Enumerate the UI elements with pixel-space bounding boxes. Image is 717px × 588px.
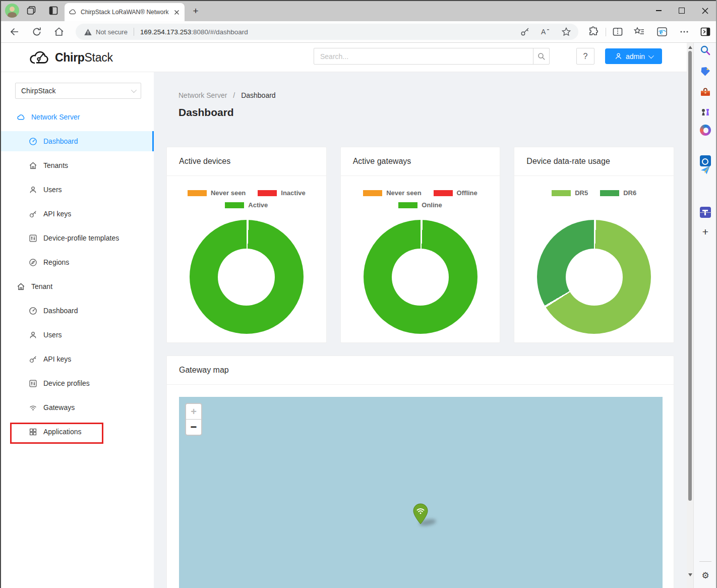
tab-title: ChirpStack LoRaWAN® Network bbox=[81, 9, 173, 16]
user-icon bbox=[29, 186, 37, 194]
sidebar-item-tenant-dashboard[interactable]: Dashboard bbox=[1, 301, 154, 321]
legend-item[interactable]: Inactive bbox=[258, 189, 305, 197]
tab-close-icon[interactable] bbox=[173, 9, 181, 16]
sidebar-group-tenant[interactable]: Tenant bbox=[1, 276, 154, 297]
gear-icon[interactable]: ⚙ bbox=[700, 570, 711, 581]
shopping-icon[interactable] bbox=[700, 66, 711, 77]
sidebar: ChirpStack Network Server Dashboard Tena… bbox=[1, 72, 154, 588]
active-devices-donut-chart bbox=[190, 220, 304, 334]
data-rate-usage-card: Device data-rate usage DR5 DR6 bbox=[514, 147, 674, 343]
zoom-out-button[interactable]: − bbox=[186, 420, 201, 435]
not-secure-label[interactable]: Not secure bbox=[96, 28, 128, 36]
browser-tab[interactable]: ChirpStack LoRaWAN® Network bbox=[65, 3, 185, 21]
legend-item[interactable]: Never seen bbox=[363, 189, 421, 197]
legend-item[interactable]: Online bbox=[398, 201, 442, 209]
search-icon[interactable] bbox=[700, 45, 711, 56]
window-border-left bbox=[0, 0, 1, 588]
drop-icon[interactable] bbox=[700, 164, 711, 175]
sidebar-item-gateways[interactable]: Gateways bbox=[1, 397, 154, 418]
legend-swatch bbox=[258, 190, 277, 196]
chevron-down-icon bbox=[131, 87, 137, 93]
back-icon[interactable] bbox=[9, 26, 20, 37]
sidebar-item-ns-dashboard[interactable]: Dashboard bbox=[1, 131, 154, 151]
legend-item[interactable]: DR6 bbox=[600, 189, 636, 197]
split-screen-icon[interactable] bbox=[612, 26, 624, 38]
more-icon[interactable] bbox=[678, 26, 690, 38]
gateway-map[interactable]: + − bbox=[179, 397, 663, 588]
toolbar-divider bbox=[606, 28, 606, 36]
org-select-value: ChirpStack bbox=[21, 87, 55, 95]
minimize-icon bbox=[656, 10, 662, 11]
legend-item[interactable]: DR5 bbox=[552, 189, 588, 197]
card-title: Device data-rate usage bbox=[514, 147, 674, 176]
data-rate-donut-chart bbox=[537, 220, 651, 334]
minimize-button[interactable] bbox=[647, 0, 670, 21]
sidebar-item-regions[interactable]: Regions bbox=[1, 252, 154, 272]
sidebar-item-tenants[interactable]: Tenants bbox=[1, 155, 154, 175]
search-icon bbox=[537, 52, 546, 61]
breadcrumb-network-server[interactable]: Network Server bbox=[178, 91, 227, 99]
add-sidebar-app-button[interactable]: + bbox=[700, 226, 711, 238]
zoom-in-button[interactable]: + bbox=[186, 404, 201, 420]
chart-legend: Never seen Offline Online bbox=[341, 189, 500, 215]
password-key-icon[interactable] bbox=[520, 27, 530, 37]
workspaces-icon[interactable] bbox=[26, 6, 36, 16]
breadcrumb-separator: / bbox=[233, 91, 235, 99]
refresh-icon[interactable] bbox=[31, 26, 42, 37]
extensions-icon[interactable] bbox=[587, 26, 600, 38]
sidebar-toggle-icon[interactable] bbox=[699, 26, 711, 38]
collections-icon[interactable] bbox=[633, 26, 645, 38]
sidebar-item-ns-api-keys[interactable]: API keys bbox=[1, 204, 154, 224]
maximize-button[interactable] bbox=[670, 0, 693, 21]
not-secure-warning-icon bbox=[84, 28, 92, 36]
scroll-up-arrow-icon[interactable] bbox=[688, 46, 692, 49]
chart-legend: DR5 DR6 bbox=[514, 189, 674, 215]
scroll-down-arrow-icon[interactable] bbox=[688, 573, 692, 576]
page-scrollbar[interactable] bbox=[687, 43, 693, 588]
sidebar-item-device-profiles[interactable]: Device profiles bbox=[1, 373, 154, 393]
search-button[interactable] bbox=[533, 48, 549, 64]
new-tab-button[interactable]: + bbox=[190, 5, 202, 17]
browser-toolbar: Not secure 169.254.173.253:8080/#/dashbo… bbox=[0, 21, 717, 43]
page-title: Dashboard bbox=[178, 106, 234, 119]
applications-annotation-box bbox=[10, 423, 103, 444]
help-button[interactable]: ? bbox=[576, 48, 594, 65]
ie-mode-icon[interactable]: e bbox=[656, 26, 668, 38]
edge-sidebar: + ⚙ bbox=[693, 43, 717, 588]
close-button[interactable] bbox=[693, 0, 716, 21]
legend-item[interactable]: Active bbox=[225, 201, 268, 209]
favorite-star-icon[interactable] bbox=[561, 27, 571, 37]
microsoft365-icon[interactable] bbox=[700, 125, 711, 136]
sidebar-item-device-profile-templates[interactable]: Device-profile templates bbox=[1, 228, 154, 248]
home-icon[interactable] bbox=[53, 26, 65, 37]
sidebar-group-network-server[interactable]: Network Server bbox=[1, 107, 154, 127]
gateway-marker-pin[interactable] bbox=[413, 503, 428, 524]
scrollbar-thumb[interactable] bbox=[688, 51, 692, 501]
sliders-icon bbox=[29, 379, 37, 388]
admin-user-button[interactable]: admin bbox=[605, 48, 662, 64]
profile-avatar[interactable] bbox=[5, 4, 19, 18]
breadcrumb: Network Server / Dashboard bbox=[178, 91, 276, 99]
address-bar[interactable]: Not secure 169.254.173.253:8080/#/dashbo… bbox=[76, 24, 578, 40]
games-icon[interactable] bbox=[700, 106, 711, 117]
sidebar-item-ns-users[interactable]: Users bbox=[1, 180, 154, 200]
sidebar-divider bbox=[699, 561, 711, 562]
read-aloud-icon[interactable]: A bbox=[540, 27, 551, 37]
active-gateways-card: Active gateways Never seen Offline Onlin… bbox=[340, 147, 501, 343]
card-title: Gateway map bbox=[167, 356, 674, 385]
toolbox-icon[interactable] bbox=[700, 87, 711, 98]
chirpstack-header: ChirpStack ? admin bbox=[1, 43, 687, 72]
sidebar-item-tenant-users[interactable]: Users bbox=[1, 325, 154, 345]
tab-actions-icon[interactable] bbox=[48, 6, 58, 16]
user-icon bbox=[615, 52, 622, 60]
org-select[interactable]: ChirpStack bbox=[15, 83, 141, 99]
legend-item[interactable]: Never seen bbox=[188, 189, 246, 197]
legend-item[interactable]: Offline bbox=[434, 189, 477, 197]
url-host[interactable]: 169.254.173.253 bbox=[140, 28, 191, 36]
search-input[interactable] bbox=[314, 48, 533, 64]
maximize-icon bbox=[679, 8, 685, 14]
sidebar-item-tenant-api-keys[interactable]: API keys bbox=[1, 349, 154, 369]
sidebar-divider bbox=[699, 212, 711, 213]
url-path[interactable]: :8080/#/dashboard bbox=[191, 28, 248, 36]
compass-icon bbox=[29, 258, 37, 267]
